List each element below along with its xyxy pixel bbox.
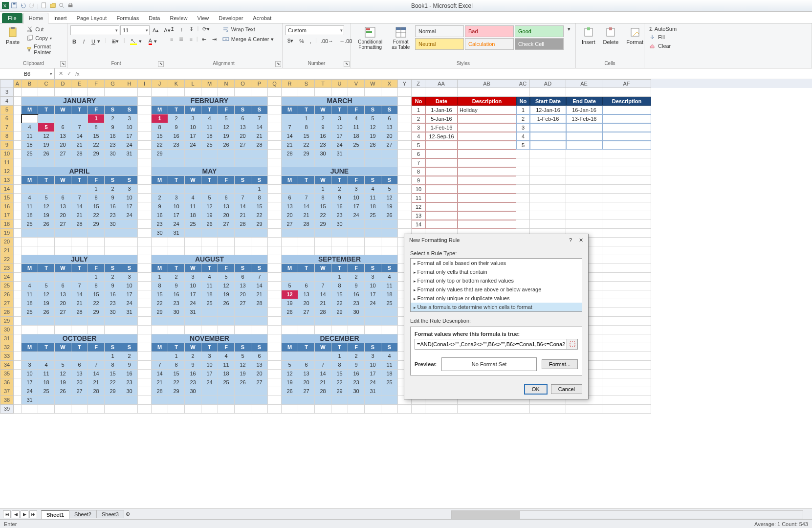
row-header[interactable]: 17 bbox=[0, 211, 14, 220]
cell[interactable] bbox=[602, 299, 651, 308]
cell[interactable] bbox=[282, 273, 298, 282]
row-header[interactable]: 30 bbox=[0, 326, 14, 334]
cell[interactable] bbox=[398, 123, 412, 132]
cell[interactable]: 6 bbox=[251, 352, 268, 361]
cell[interactable]: 26 bbox=[282, 308, 298, 317]
column-header[interactable]: AA bbox=[425, 79, 458, 88]
cell[interactable]: 19 bbox=[38, 211, 55, 220]
cell[interactable] bbox=[602, 334, 651, 343]
cell[interactable] bbox=[530, 167, 566, 176]
cell[interactable] bbox=[201, 246, 218, 255]
cell[interactable] bbox=[315, 158, 331, 167]
row-header[interactable]: 23 bbox=[0, 264, 14, 273]
cell[interactable] bbox=[121, 317, 138, 326]
cell[interactable] bbox=[298, 326, 315, 334]
cell[interactable] bbox=[138, 387, 152, 396]
cell[interactable] bbox=[14, 405, 22, 414]
cell[interactable] bbox=[268, 202, 282, 211]
tab-home[interactable]: Home bbox=[23, 13, 48, 23]
column-header[interactable]: U bbox=[331, 79, 348, 88]
cell[interactable]: 22 bbox=[88, 299, 105, 308]
cell[interactable] bbox=[331, 246, 348, 255]
cell[interactable]: 4 bbox=[365, 185, 381, 194]
font-color-button[interactable]: A▾ bbox=[147, 37, 159, 45]
cell[interactable] bbox=[138, 167, 152, 176]
cell[interactable] bbox=[412, 88, 425, 97]
cell[interactable]: S bbox=[381, 176, 398, 185]
cell[interactable]: 14 bbox=[71, 202, 88, 211]
cell[interactable]: AUGUST bbox=[152, 255, 268, 264]
cell[interactable] bbox=[218, 150, 235, 158]
cell[interactable] bbox=[298, 229, 315, 238]
cell[interactable]: 6 bbox=[71, 361, 88, 370]
cell[interactable]: 4 bbox=[348, 114, 365, 123]
cell[interactable]: 19 bbox=[365, 132, 381, 141]
cell[interactable]: 13 bbox=[298, 290, 315, 299]
qat-print-icon[interactable] bbox=[67, 2, 74, 10]
font-launcher[interactable]: ⬊ bbox=[158, 61, 164, 67]
cell[interactable] bbox=[282, 326, 298, 334]
cell[interactable]: 6 bbox=[298, 361, 315, 370]
cell[interactable]: 24 bbox=[201, 378, 218, 387]
cell[interactable]: 2 bbox=[105, 114, 121, 123]
cell[interactable] bbox=[602, 88, 651, 97]
cell[interactable] bbox=[566, 185, 602, 194]
border-button[interactable]: ⊞▾ bbox=[110, 37, 121, 45]
cell[interactable]: 23 bbox=[121, 378, 138, 387]
cell[interactable] bbox=[22, 246, 38, 255]
cell[interactable] bbox=[365, 246, 381, 255]
cell[interactable] bbox=[138, 229, 152, 238]
cell[interactable] bbox=[235, 326, 251, 334]
cell[interactable]: 28 bbox=[251, 141, 268, 150]
cell[interactable] bbox=[268, 387, 282, 396]
cell[interactable]: 15 bbox=[168, 370, 185, 378]
cell[interactable] bbox=[185, 326, 201, 334]
cell[interactable] bbox=[458, 220, 516, 229]
cell[interactable] bbox=[425, 141, 458, 150]
cell[interactable]: 26 bbox=[38, 150, 55, 158]
cell[interactable]: 21 bbox=[71, 211, 88, 220]
cell[interactable] bbox=[168, 405, 185, 414]
cell[interactable] bbox=[201, 150, 218, 158]
cell[interactable]: 12 bbox=[218, 282, 235, 290]
range-selector-icon[interactable] bbox=[567, 339, 578, 350]
cell[interactable]: 5 bbox=[218, 114, 235, 123]
cell[interactable]: 1 bbox=[152, 114, 168, 123]
cell[interactable] bbox=[602, 352, 651, 361]
cell[interactable]: 11 bbox=[38, 370, 55, 378]
cell[interactable] bbox=[38, 326, 55, 334]
cell[interactable]: 26 bbox=[38, 220, 55, 229]
cell[interactable] bbox=[425, 158, 458, 167]
cell[interactable] bbox=[602, 317, 651, 326]
column-header[interactable]: A bbox=[14, 79, 22, 88]
cell[interactable]: S bbox=[105, 264, 121, 273]
cell[interactable]: 26 bbox=[38, 308, 55, 317]
cell[interactable] bbox=[14, 238, 22, 246]
cell[interactable]: 17 bbox=[365, 370, 381, 378]
cell[interactable] bbox=[381, 229, 398, 238]
cell[interactable]: S bbox=[105, 176, 121, 185]
rule-type-item[interactable]: Use a formula to determine which cells t… bbox=[411, 303, 582, 311]
cell[interactable] bbox=[71, 185, 88, 194]
cell[interactable] bbox=[458, 211, 516, 220]
cell[interactable]: 4 bbox=[381, 352, 398, 361]
cell[interactable] bbox=[602, 106, 651, 114]
cell[interactable] bbox=[138, 264, 152, 273]
cell[interactable] bbox=[251, 317, 268, 326]
cell[interactable]: 15 bbox=[88, 290, 105, 299]
cell[interactable] bbox=[566, 176, 602, 185]
cell[interactable]: T bbox=[71, 106, 88, 114]
cell[interactable]: 19 bbox=[38, 141, 55, 150]
cell[interactable] bbox=[38, 114, 55, 123]
cell[interactable]: 22 bbox=[298, 141, 315, 150]
cell[interactable]: 24 bbox=[121, 299, 138, 308]
cell[interactable]: 8 bbox=[105, 361, 121, 370]
cell[interactable] bbox=[121, 238, 138, 246]
cell[interactable]: 5 bbox=[412, 141, 425, 150]
cell[interactable]: 19 bbox=[235, 370, 251, 378]
enter-formula-icon[interactable]: ✓ bbox=[67, 70, 71, 77]
cell[interactable]: 16 bbox=[348, 290, 365, 299]
cell[interactable] bbox=[348, 246, 365, 255]
row-header[interactable]: 26 bbox=[0, 290, 14, 299]
cell[interactable]: 25 bbox=[218, 378, 235, 387]
